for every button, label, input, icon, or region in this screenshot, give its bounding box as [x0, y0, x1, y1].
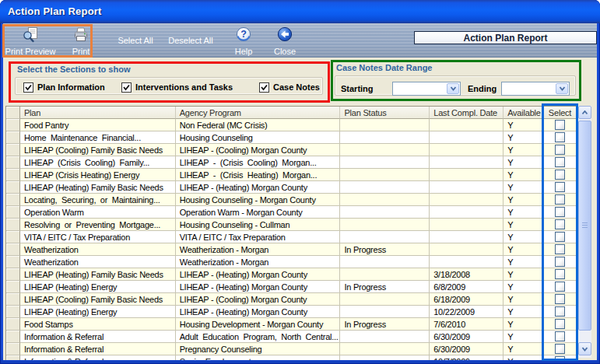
row-selector[interactable] [6, 206, 20, 219]
select-checkbox[interactable] [555, 294, 565, 304]
header-plan[interactable]: Plan [20, 107, 176, 119]
row-selector[interactable] [6, 144, 20, 156]
print-icon [72, 26, 89, 45]
table-row[interactable]: Weatherization Weatherization - Morgan Y [6, 256, 577, 268]
row-selector[interactable] [6, 318, 20, 331]
cell-available: Y [504, 219, 542, 231]
table-row[interactable]: LIHEAP (Crisis Heating) Energy LIHEAP - … [6, 169, 577, 181]
cell-last-compl-date [430, 194, 504, 206]
case-notes-checkbox[interactable] [259, 82, 269, 93]
cell-plan: LIHEAP (Cooling) Family Basic Needs [20, 293, 176, 306]
select-checkbox[interactable] [555, 170, 565, 180]
header-last-compl-date[interactable]: Last Compl. Date [430, 107, 504, 119]
table-row[interactable]: LIHEAP (Heating) Family Basic Needs LIHE… [6, 181, 577, 194]
table-row[interactable]: Food Stamps Housing Development - Morgan… [6, 318, 577, 331]
header-select[interactable]: Select [542, 107, 577, 119]
table-row[interactable]: Resolving or Preventing Mortgage... Hous… [6, 219, 577, 231]
table-row[interactable]: LIHEAP (Heating) Family Basic Needs LIHE… [6, 268, 577, 281]
table-row[interactable]: VITA / EITC / Tax Preparation VITA / EIT… [6, 231, 577, 243]
select-checkbox[interactable] [555, 306, 565, 317]
table-row[interactable]: LIHEAP (Crisis Cooling) Family... LIHEAP… [6, 156, 577, 169]
table-row[interactable]: LIHEAP (Cooling) Family Basic Needs LIHE… [6, 144, 577, 156]
cell-available: Y [504, 231, 542, 243]
row-selector[interactable] [6, 331, 20, 343]
table-row[interactable]: LIHEAP (Cooling) Family Basic Needs LIHE… [6, 293, 577, 306]
help-button[interactable]: ? Help [227, 26, 260, 56]
row-selector[interactable] [6, 268, 20, 281]
starting-combo-arrow-icon[interactable] [447, 83, 459, 94]
plan-information-label: Plan Information [37, 82, 105, 92]
row-selector[interactable] [6, 231, 20, 243]
scroll-down-button[interactable] [578, 342, 591, 355]
scroll-thumb[interactable] [578, 121, 591, 331]
cell-select [542, 343, 577, 355]
cell-available: Y [504, 206, 542, 219]
header-plan-status[interactable]: Plan Status [340, 107, 430, 119]
table-row[interactable]: Information & Referral Pregnancy Counsel… [6, 343, 577, 355]
row-selector[interactable] [6, 293, 20, 306]
cell-plan-status [340, 169, 430, 181]
print-preview-button[interactable]: Print Preview [5, 26, 56, 56]
row-selector[interactable] [6, 281, 20, 293]
cell-available: Y [504, 281, 542, 293]
deselect-all-button[interactable]: Deselect All [162, 23, 219, 57]
select-checkbox[interactable] [555, 157, 565, 167]
table-row[interactable]: Information & Referral Senior Employment… [6, 355, 577, 360]
header-agency-program[interactable]: Agency Program [176, 107, 341, 119]
plan-information-checkbox[interactable] [23, 82, 33, 93]
table-header: Plan Agency Program Plan Status Last Com… [6, 107, 577, 119]
ending-date-combo[interactable] [501, 82, 570, 96]
row-selector[interactable] [6, 306, 20, 318]
cell-agency-program: Housing Counseling - Morgan County [176, 194, 341, 206]
cell-last-compl-date [430, 144, 504, 156]
select-checkbox[interactable] [555, 269, 565, 279]
table-row[interactable]: LIHEAP (Heating) Energy LIHEAP - (Heatin… [6, 281, 577, 293]
select-checkbox[interactable] [555, 319, 565, 329]
cell-last-compl-date [430, 119, 504, 131]
select-checkbox[interactable] [555, 232, 565, 242]
select-checkbox[interactable] [555, 145, 565, 155]
row-selector[interactable] [6, 243, 20, 256]
row-selector[interactable] [6, 194, 20, 206]
select-checkbox[interactable] [555, 207, 565, 217]
select-checkbox[interactable] [555, 344, 565, 354]
row-selector[interactable] [6, 119, 20, 131]
table-row[interactable]: Food Pantry Non Federal (MC Crisis) Y [6, 119, 577, 131]
vertical-scrollbar[interactable] [578, 106, 591, 358]
row-selector[interactable] [6, 131, 20, 144]
close-button[interactable]: Close [268, 26, 302, 56]
select-checkbox[interactable] [555, 331, 565, 341]
row-selector[interactable] [6, 256, 20, 268]
row-selector[interactable] [6, 343, 20, 355]
table-row[interactable]: Locating, Securing, or Maintaining... Ho… [6, 194, 577, 206]
table-row[interactable]: Weatherization Weatherization - Morgan I… [6, 243, 577, 256]
select-all-button[interactable]: Select All [111, 23, 160, 57]
select-checkbox[interactable] [555, 356, 565, 360]
select-checkbox[interactable] [555, 219, 565, 229]
ending-combo-arrow-icon[interactable] [556, 83, 568, 94]
row-selector[interactable] [6, 156, 20, 169]
select-checkbox[interactable] [555, 132, 565, 142]
select-checkbox[interactable] [555, 194, 565, 205]
select-checkbox[interactable] [555, 282, 565, 292]
print-button[interactable]: Print [62, 26, 100, 56]
scroll-up-button[interactable] [578, 106, 591, 119]
row-selector[interactable] [6, 219, 20, 231]
select-checkbox[interactable] [555, 257, 565, 267]
row-selector[interactable] [6, 355, 20, 360]
cell-agency-program: Senior Employment... [176, 355, 341, 360]
table-row[interactable]: Information & Referral Adult Education P… [6, 331, 577, 343]
row-selector[interactable] [6, 181, 20, 194]
header-available[interactable]: Available [504, 107, 542, 119]
starting-date-combo[interactable] [392, 82, 461, 96]
select-checkbox[interactable] [555, 244, 565, 254]
header-row-selector [6, 107, 20, 119]
interventions-tasks-checkbox[interactable] [121, 82, 132, 93]
select-checkbox[interactable] [555, 120, 565, 130]
table-row[interactable]: LIHEAP (Heating) Energy LIHEAP - (Heatin… [6, 306, 577, 318]
cell-plan-status: In Progress [340, 318, 430, 331]
table-row[interactable]: Home Maintenance Financial... Housing Co… [6, 131, 577, 144]
row-selector[interactable] [6, 169, 20, 181]
select-checkbox[interactable] [555, 182, 565, 192]
table-row[interactable]: Operation Warm Operation Warm - Morgan C… [6, 206, 577, 219]
